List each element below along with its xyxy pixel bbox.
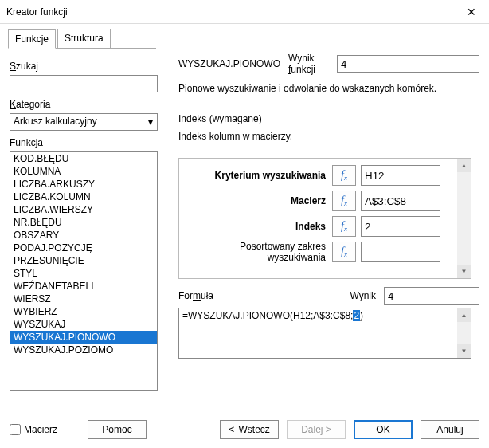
list-item[interactable]: STYL [10, 267, 157, 280]
list-item[interactable]: WIERSZ [10, 293, 157, 305]
result-label: Wynik [350, 290, 376, 301]
list-item[interactable]: NR.BŁĘDU [10, 216, 157, 229]
list-item[interactable]: WYSZUKAJ [10, 318, 157, 331]
formula-pre: =WYSZUKAJ.PIONOWO(H12;A$3:C$8; [182, 310, 353, 321]
list-item[interactable]: PODAJ.POZYCJĘ [10, 242, 157, 254]
function-result-value[interactable] [337, 55, 479, 73]
function-label: Funkcja [10, 137, 43, 150]
titlebar: Kreator funkcji ✕ [0, 0, 489, 24]
cancel-button[interactable]: Anuluj [421, 420, 479, 439]
tab-bar: Funkcje Struktura [8, 29, 156, 49]
next-button: Dalej > [287, 420, 346, 439]
category-dropdown[interactable]: Arkusz kalkulacyjny ▾ [10, 113, 158, 131]
right-pane: WYSZUKAJ.PIONOWO Wynik funkcji Pionowe w… [178, 53, 479, 359]
param-row-4: Posortowany zakres wyszukiwania fx [182, 242, 467, 262]
fx-button-1[interactable]: fx [332, 165, 356, 186]
param-label-indeks: Indeks [182, 221, 332, 232]
scroll-down-icon[interactable]: ▼ [457, 265, 471, 278]
formula-result-row: Formuła Wynik [178, 287, 479, 305]
list-item[interactable]: LICZBA.KOLUMN [10, 191, 157, 203]
list-item[interactable]: WYBIERZ [10, 305, 157, 318]
formula-textarea[interactable]: =WYSZUKAJ.PIONOWO(H12;A$3:C$8;2) ▲ ▼ [178, 308, 471, 359]
formula-content: =WYSZUKAJ.PIONOWO(H12;A$3:C$8;2) [182, 310, 363, 321]
formula-scrollbar[interactable]: ▲ ▼ [457, 308, 471, 358]
category-value: Arkusz kalkulacyjny [10, 114, 143, 130]
fx-button-2[interactable]: fx [332, 191, 356, 211]
scroll-up-icon[interactable]: ▲ [457, 308, 471, 322]
search-label: Szukaj [10, 61, 38, 73]
footer: Macierz Pomoc < Wstecz Dalej > OK Anuluj [0, 411, 489, 448]
param-label-macierz: Macierz [182, 195, 332, 206]
chevron-down-icon[interactable]: ▾ [143, 114, 157, 130]
back-button[interactable]: < Wstecz [220, 420, 279, 439]
function-name: WYSZUKAJ.PIONOWO [178, 58, 280, 69]
param-input-macierz[interactable] [361, 191, 440, 211]
list-item[interactable]: KOD.BŁĘDU [10, 152, 157, 165]
formula-selection: 2 [353, 310, 360, 321]
param-label-kryterium: Kryterium wyszukiwania [182, 170, 332, 181]
ok-button[interactable]: OK [354, 420, 413, 439]
param-input-indeks[interactable] [361, 216, 440, 237]
result-row: WYSZUKAJ.PIONOWO Wynik funkcji [178, 53, 479, 75]
list-item[interactable]: OBSZARY [10, 229, 157, 242]
param-input-posortowany[interactable] [361, 242, 440, 262]
param-title: Indeks (wymagane) [178, 113, 479, 124]
list-item[interactable]: KOLUMNA [10, 165, 157, 178]
param-scrollbar[interactable]: ▲ ▼ [457, 159, 471, 278]
search-input[interactable] [10, 75, 158, 92]
fx-button-4[interactable]: fx [332, 242, 356, 262]
left-pane: Szukaj Kategoria Arkusz kalkulacyjny ▾ F… [10, 54, 158, 391]
param-row-3: Indeks fx [182, 216, 467, 237]
array-checkbox-label: Macierz [24, 424, 57, 435]
function-description: Pionowe wyszukiwanie i odwołanie do wska… [178, 83, 479, 94]
category-label: Kategoria [10, 99, 50, 112]
param-row-2: Macierz fx [182, 191, 467, 211]
list-item[interactable]: LICZBA.WIERSZY [10, 203, 157, 216]
array-checkbox-input[interactable] [10, 424, 21, 435]
window-title: Kreator funkcji [6, 6, 68, 18]
param-box: Kryterium wyszukiwania fx Macierz fx Ind… [178, 158, 471, 279]
param-label-posortowany: Posortowany zakres wyszukiwania [182, 241, 332, 263]
list-item[interactable]: PRZESUNIĘCIE [10, 254, 157, 267]
dialog-body: Funkcje Struktura Szukaj Kategoria Arkus… [0, 24, 489, 411]
scroll-up-icon[interactable]: ▲ [457, 159, 471, 172]
function-result-label: Wynik funkcji [288, 53, 329, 75]
tab-structure[interactable]: Struktura [57, 29, 111, 48]
list-item[interactable]: WYSZUKAJ.POZIOMO [10, 344, 157, 356]
formula-label: Formuła [178, 290, 226, 301]
formula-post: ) [360, 310, 363, 321]
function-listbox[interactable]: KOD.BŁĘDUKOLUMNALICZBA.ARKUSZYLICZBA.KOL… [10, 151, 158, 391]
param-description: Indeks kolumn w macierzy. [178, 131, 479, 142]
list-item[interactable]: LICZBA.ARKUSZY [10, 178, 157, 191]
param-input-kryterium[interactable] [361, 165, 440, 186]
list-item[interactable]: WEŹDANETABELI [10, 280, 157, 293]
result-value[interactable] [384, 287, 479, 305]
scroll-down-icon[interactable]: ▼ [457, 344, 471, 358]
array-checkbox[interactable]: Macierz [10, 424, 57, 435]
tab-functions[interactable]: Funkcje [8, 29, 56, 49]
list-item[interactable]: WYSZUKAJ.PIONOWO [10, 331, 157, 344]
help-button[interactable]: Pomoc [88, 420, 147, 439]
fx-button-3[interactable]: fx [332, 216, 356, 237]
close-icon[interactable]: ✕ [453, 0, 489, 24]
param-row-1: Kryterium wyszukiwania fx [182, 165, 467, 186]
